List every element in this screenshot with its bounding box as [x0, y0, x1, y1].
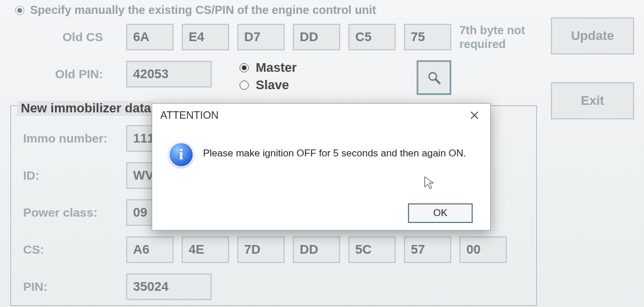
old-cs-byte-3[interactable]: DD: [293, 24, 340, 50]
svg-line-1: [436, 79, 440, 83]
new-pin-label: PIN:: [23, 280, 116, 294]
dialog-close-button[interactable]: [465, 107, 484, 123]
update-button-label: Update: [571, 28, 614, 43]
dialog-message: Please make ignition OFF for 5 seconds a…: [203, 142, 466, 159]
new-cs-byte-5[interactable]: 57: [404, 236, 451, 263]
new-cs-byte-6[interactable]: 00: [459, 236, 507, 263]
immo-number-label: Immo number:: [23, 131, 116, 145]
new-cs-byte-2[interactable]: 7D: [237, 236, 285, 263]
update-button[interactable]: Update: [551, 17, 634, 54]
specify-manual-label: Specify manually the existing CS/PIN of …: [30, 3, 376, 17]
old-pin-field[interactable]: 42053: [126, 61, 212, 87]
magnifier-icon: [426, 70, 441, 85]
new-cs-byte-3[interactable]: DD: [293, 236, 340, 263]
new-cs-byte-0[interactable]: A6: [126, 236, 174, 263]
close-icon: [470, 111, 479, 119]
new-cs-byte-4[interactable]: 5C: [348, 236, 396, 263]
search-button[interactable]: [417, 60, 451, 95]
exit-button[interactable]: Exit: [551, 82, 634, 119]
old-cs-byte-0[interactable]: 6A: [126, 24, 174, 50]
radio-dot: [17, 8, 22, 13]
old-cs-byte-2[interactable]: D7: [237, 24, 285, 50]
slave-radio[interactable]: Slave: [240, 78, 297, 93]
old-cs-byte-1[interactable]: E4: [182, 24, 229, 50]
power-class-label: Power class:: [23, 206, 116, 220]
new-cs-byte-1[interactable]: 4E: [182, 236, 229, 263]
slave-radio-label: Slave: [256, 78, 289, 93]
old-cs-byte-4[interactable]: C5: [348, 24, 396, 50]
attention-dialog: ATTENTION i Please make ignition OFF for…: [152, 103, 491, 231]
exit-button-label: Exit: [581, 93, 604, 108]
groupbox-title: New immobilizer data: [17, 101, 154, 116]
dialog-ok-label: OK: [433, 207, 448, 219]
dialog-ok-button[interactable]: OK: [408, 203, 473, 223]
master-radio-label: Master: [256, 60, 297, 75]
info-icon: i: [168, 142, 194, 167]
id-label: ID:: [23, 169, 116, 182]
specify-manual-radio[interactable]: [15, 6, 24, 15]
old-pin-label: Old PIN:: [41, 67, 103, 81]
radio-outer: [240, 81, 249, 90]
old-cs-byte-5[interactable]: 75: [404, 24, 451, 50]
new-pin-field[interactable]: 35024: [126, 273, 212, 300]
radio-selected-dot: [242, 65, 246, 70]
old-cs-label: Old CS: [45, 30, 103, 44]
master-radio[interactable]: Master: [240, 60, 297, 75]
new-cs-label: CS:: [23, 243, 116, 257]
seventh-byte-note: 7th byte not required: [459, 23, 540, 51]
dialog-title: ATTENTION: [160, 109, 219, 122]
radio-outer: [240, 63, 249, 72]
